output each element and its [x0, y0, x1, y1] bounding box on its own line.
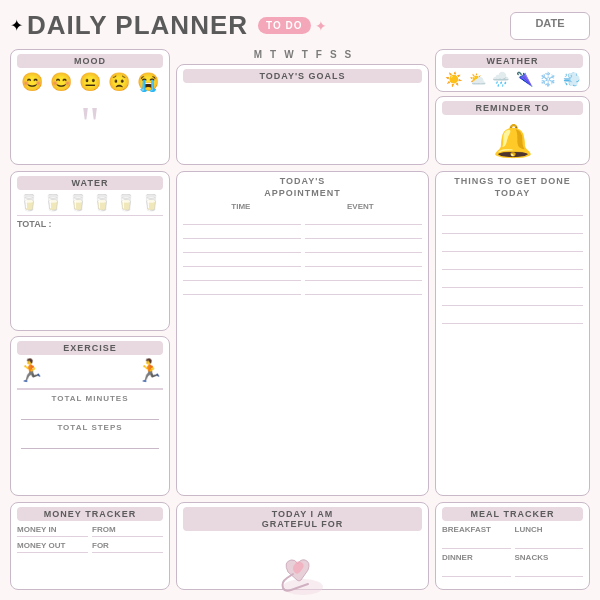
total-steps-input[interactable]: [21, 435, 159, 449]
todo-badge: TO DO: [258, 17, 310, 34]
lunch-label: LUNCH: [515, 525, 584, 549]
reminder-label: REMINDER TO: [442, 101, 583, 115]
appt-row-1[interactable]: [183, 213, 422, 225]
meal-grid: BREAKFAST LUNCH DINNER SNACKS: [442, 525, 583, 577]
weather-label: WEATHER: [442, 54, 583, 68]
goals-input-area[interactable]: [183, 86, 422, 156]
weather-snow[interactable]: ❄️: [539, 71, 556, 87]
weather-cloud[interactable]: ⛅: [469, 71, 486, 87]
money-grid: MONEY IN FROM MONEY OUT FOR: [17, 525, 163, 553]
goals-section: M T W T F S S TODAY'S GOALS: [176, 49, 429, 165]
appt-row-2[interactable]: [183, 227, 422, 239]
thing-line-2[interactable]: [442, 220, 583, 234]
svg-point-0: [283, 579, 323, 595]
thing-line-3[interactable]: [442, 238, 583, 252]
weather-icons: ☀️ ⛅ 🌧️ 🌂 ❄️ 💨: [442, 71, 583, 87]
appt-row-3[interactable]: [183, 241, 422, 253]
goals-box: TODAY'S GOALS: [176, 64, 429, 165]
thing-line-4[interactable]: [442, 256, 583, 270]
appt-row-5[interactable]: [183, 269, 422, 281]
weather-section: WEATHER ☀️ ⛅ 🌧️ 🌂 ❄️ 💨 REMINDER TO 🔔: [435, 49, 590, 165]
sparkle-blue-icon: ✦: [10, 16, 23, 35]
mood-face-2[interactable]: 😊: [50, 71, 72, 93]
water-exercise-col: WATER 🥛 🥛 🥛 🥛 🥛 🥛 TOTAL : EXERCISE 🏃 🏃: [10, 171, 170, 496]
exercise-label: EXERCISE: [17, 341, 163, 355]
exercise-section: EXERCISE 🏃 🏃 TOTAL MINUTES TOTAL STEPS: [10, 336, 170, 496]
day-f: F: [316, 49, 322, 60]
meal-section: MEAL TRACKER BREAKFAST LUNCH DINNER SNAC…: [435, 502, 590, 590]
grateful-section: TODAY I AM GRATEFUL FOR: [176, 502, 429, 590]
breakfast-label: BREAKFAST: [442, 525, 511, 549]
weather-rain[interactable]: 🌧️: [492, 71, 509, 87]
mood-face-4[interactable]: 😟: [108, 71, 130, 93]
money-for-label: FOR: [92, 541, 163, 553]
snacks-label: SNACKS: [515, 553, 584, 577]
meal-label: MEAL TRACKER: [442, 507, 583, 521]
thing-line-5[interactable]: [442, 274, 583, 288]
grateful-hand-heart-icon: [273, 542, 333, 600]
row2: WATER 🥛 🥛 🥛 🥛 🥛 🥛 TOTAL : EXERCISE 🏃 🏃: [10, 171, 590, 496]
weather-sun[interactable]: ☀️: [445, 71, 462, 87]
cup-3[interactable]: 🥛: [68, 193, 88, 212]
weather-box: WEATHER ☀️ ⛅ 🌧️ 🌂 ❄️ 💨: [435, 49, 590, 92]
grateful-label-2: GRATEFUL FOR: [262, 519, 344, 529]
date-box[interactable]: DATE: [510, 12, 590, 40]
mood-face-1[interactable]: 😊: [21, 71, 43, 93]
weather-wind[interactable]: 💨: [563, 71, 580, 87]
cup-1[interactable]: 🥛: [19, 193, 39, 212]
planner-container: ✦ DAILY PLANNER TO DO ✦ DATE MOOD 😊 😊 😐 …: [0, 0, 600, 600]
dinner-label: DINNER: [442, 553, 511, 577]
grateful-title: TODAY I AM GRATEFUL FOR: [183, 507, 422, 531]
cup-5[interactable]: 🥛: [116, 193, 136, 212]
money-out-label: MONEY OUT: [17, 541, 88, 553]
things-section: THINGS TO GET DONE TODAY: [435, 171, 590, 496]
appt-col-time: TIME: [231, 202, 250, 211]
cup-4[interactable]: 🥛: [92, 193, 112, 212]
thing-line-6[interactable]: [442, 292, 583, 306]
appt-row-6[interactable]: [183, 283, 422, 295]
day-m: M: [254, 49, 262, 60]
bell-icon: 🔔: [493, 122, 533, 160]
quote-mark: ": [80, 100, 100, 148]
day-w: W: [284, 49, 293, 60]
mood-faces[interactable]: 😊 😊 😐 😟 😭: [17, 71, 163, 93]
total-minutes-label: TOTAL MINUTES: [17, 394, 163, 403]
things-label-2: TODAY: [495, 188, 531, 198]
appointment-section: TODAY'S APPOINTMENT TIME EVENT: [176, 171, 429, 496]
appt-col-event: EVENT: [347, 202, 374, 211]
weather-umbrella[interactable]: 🌂: [516, 71, 533, 87]
page-title: DAILY PLANNER: [27, 10, 248, 41]
appointment-cols: TIME EVENT: [183, 202, 422, 211]
cup-2[interactable]: 🥛: [43, 193, 63, 212]
money-label: MONEY TRACKER: [17, 507, 163, 521]
total-minutes-input[interactable]: [21, 406, 159, 420]
days-row: M T W T F S S: [176, 49, 429, 60]
header: ✦ DAILY PLANNER TO DO ✦ DATE: [10, 10, 590, 41]
appointment-rows: [183, 213, 422, 295]
date-label: DATE: [535, 17, 564, 29]
total-steps-label: TOTAL STEPS: [17, 423, 163, 432]
row1: MOOD 😊 😊 😐 😟 😭 " M T W T F S S: [10, 49, 590, 165]
mood-face-3[interactable]: 😐: [79, 71, 101, 93]
exercise-runner: 🏃 🏃: [17, 358, 163, 384]
reminder-box: REMINDER TO 🔔: [435, 96, 590, 165]
thing-line-7[interactable]: [442, 310, 583, 324]
mood-face-5[interactable]: 😭: [137, 71, 159, 93]
things-lines: [442, 202, 583, 324]
things-label: THINGS TO GET DONE TODAY: [442, 176, 583, 199]
money-in-label: MONEY IN: [17, 525, 88, 537]
thing-line-1[interactable]: [442, 202, 583, 216]
water-label: WATER: [17, 176, 163, 190]
day-s2: S: [345, 49, 352, 60]
appt-title-2: APPOINTMENT: [264, 188, 341, 198]
money-from-label: FROM: [92, 525, 163, 537]
water-cups: 🥛 🥛 🥛 🥛 🥛 🥛: [17, 193, 163, 212]
cup-6[interactable]: 🥛: [141, 193, 161, 212]
water-section: WATER 🥛 🥛 🥛 🥛 🥛 🥛 TOTAL :: [10, 171, 170, 331]
sparkle-pink-icon: ✦: [315, 18, 327, 34]
runner-right-icon: 🏃: [136, 358, 163, 384]
appt-row-4[interactable]: [183, 255, 422, 267]
day-t1: T: [270, 49, 276, 60]
goals-label: TODAY'S GOALS: [183, 69, 422, 83]
grateful-label-1: TODAY I AM: [272, 509, 334, 519]
